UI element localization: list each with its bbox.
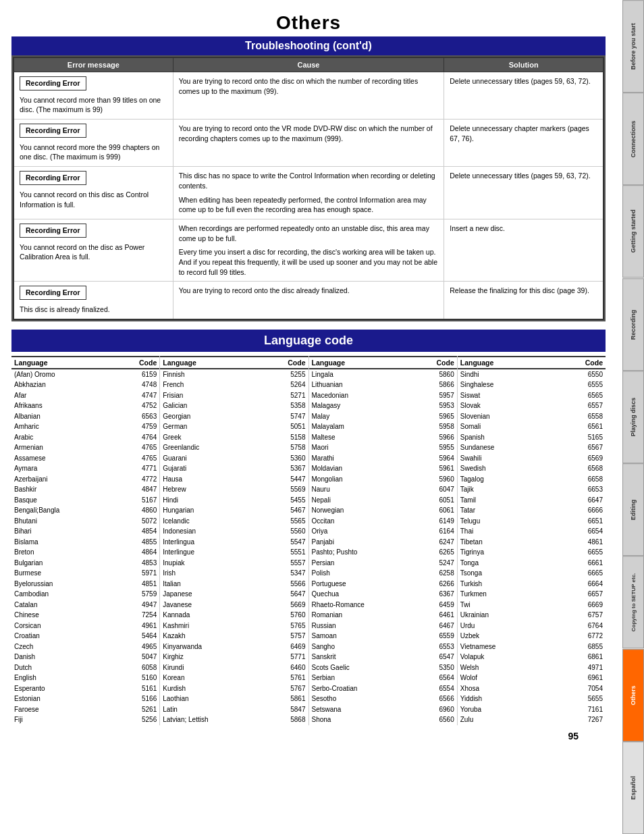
language-code: 5765 <box>262 621 308 631</box>
language-name: Turkish <box>458 579 552 590</box>
list-item: Marathi5964 <box>309 453 457 464</box>
list-item: Swedish6568 <box>458 463 606 474</box>
lang-table: LanguageCodeSindhi6550Singhalese6555Sisw… <box>458 356 606 725</box>
language-name: Fiji <box>11 714 113 725</box>
language-code: 5261 <box>113 704 160 715</box>
language-code: 6658 <box>552 474 606 485</box>
language-name: Malay <box>309 411 415 422</box>
tab-playing-discs[interactable]: Playing discs <box>622 371 644 463</box>
language-name: Turkmen <box>458 589 552 600</box>
language-code: 6266 <box>414 579 456 590</box>
language-name: Italian <box>160 579 262 590</box>
list-item: Croatian5464 <box>11 631 159 642</box>
language-code-header: Language code <box>11 330 606 352</box>
language-name: Welsh <box>458 662 552 673</box>
list-item: Moldavian5961 <box>309 463 457 474</box>
list-item: Breton4864 <box>11 547 159 558</box>
language-name: Danish <box>11 652 113 662</box>
list-item: Swahili6569 <box>458 453 606 464</box>
cause-cell: This disc has no space to write the Cont… <box>173 167 444 219</box>
language-name: Sangho <box>309 642 415 652</box>
col-header-solution: Solution <box>444 57 603 72</box>
language-code: 6567 <box>552 442 606 453</box>
list-item: Greenlandic5758 <box>160 442 308 453</box>
language-code: 5455 <box>262 495 308 506</box>
language-code: 5464 <box>113 631 160 642</box>
list-item: Corsican4961 <box>11 621 159 631</box>
tab-others[interactable]: Others <box>622 649 644 741</box>
solution-cell: Insert a new disc. <box>444 219 603 281</box>
language-name: Burmese <box>11 568 113 579</box>
language-code: 4759 <box>113 421 160 432</box>
language-name: Scots Gaelic <box>309 662 415 673</box>
language-code: 5971 <box>113 568 160 579</box>
tab-espanol[interactable]: Español <box>622 741 644 834</box>
tab-editing[interactable]: Editing <box>622 463 644 556</box>
table-row: Recording ErrorYou cannot record on this… <box>14 167 603 219</box>
language-name: Swedish <box>458 463 552 474</box>
list-item: Zulu7267 <box>458 714 606 725</box>
cause-cell: You are trying to record onto the disc o… <box>173 72 444 120</box>
table-row: Recording ErrorYou cannot record more th… <box>14 120 603 167</box>
language-code: 5447 <box>262 474 308 485</box>
list-item: Cambodian5759 <box>11 589 159 600</box>
language-code: 6159 <box>113 369 160 380</box>
list-item: Russian6467 <box>309 621 457 631</box>
language-name: Kirundi <box>160 662 262 673</box>
language-code: 5669 <box>262 600 308 610</box>
list-item: Catalan4947 <box>11 600 159 610</box>
col-header-cause: Cause <box>173 57 444 72</box>
language-name: Persian <box>309 558 415 569</box>
language-name: Bengali;Bangla <box>11 505 113 516</box>
language-name: Tigrinya <box>458 547 552 558</box>
code-col-header: Code <box>552 357 606 369</box>
language-name: Corsican <box>11 621 113 631</box>
tab-copying[interactable]: Copying to SETUP etc. <box>622 556 644 648</box>
language-code: 6247 <box>414 537 456 548</box>
language-code: 4861 <box>552 537 606 548</box>
language-name: Norwegian <box>309 505 415 516</box>
tab-recording[interactable]: Recording <box>622 278 644 371</box>
language-name: Bulgarian <box>11 558 113 569</box>
language-name: Tsonga <box>458 568 552 579</box>
list-item: Maori5955 <box>309 442 457 453</box>
code-col-header: Code <box>414 357 456 369</box>
language-code: 6861 <box>552 652 606 662</box>
language-name: Moldavian <box>309 463 415 474</box>
language-code: 5655 <box>552 694 606 704</box>
list-item: Malay5965 <box>309 411 457 422</box>
language-name: Macedonian <box>309 390 415 401</box>
language-name: Tagalog <box>458 474 552 485</box>
language-name: Urdu <box>458 621 552 631</box>
language-name: Kazakh <box>160 631 262 642</box>
language-name: Bihari <box>11 526 113 537</box>
list-item: Xhosa7054 <box>458 683 606 694</box>
language-code: 5161 <box>113 683 160 694</box>
list-item: Bihari4854 <box>11 526 159 537</box>
language-name: Kannada <box>160 610 262 621</box>
tab-before-you-start[interactable]: Before you start <box>622 0 644 93</box>
list-item: Chinese7254 <box>11 610 159 621</box>
col-header-error: Error message <box>14 57 173 72</box>
language-code: 5072 <box>113 516 160 527</box>
language-code: 5167 <box>113 495 160 506</box>
list-item: Assamese4765 <box>11 453 159 464</box>
tab-getting-started[interactable]: Getting started <box>622 185 644 278</box>
list-item: Yoruba7161 <box>458 704 606 715</box>
language-name: Breton <box>11 547 113 558</box>
list-item: Spanish5165 <box>458 432 606 443</box>
language-code: 5955 <box>414 442 456 453</box>
language-name: Sesotho <box>309 694 415 704</box>
tab-connections[interactable]: Connections <box>622 93 644 185</box>
language-name: Kinyarwanda <box>160 642 262 652</box>
language-code: 6560 <box>414 714 456 725</box>
cause-cell: When recordings are performed repeatedly… <box>173 219 444 281</box>
language-name: Byelorussian <box>11 579 113 590</box>
language-code: 7254 <box>113 610 160 621</box>
error-desc: You cannot record more the 999 chapters … <box>20 142 167 162</box>
language-name: French <box>160 380 262 390</box>
list-item: Interlingua5547 <box>160 537 308 548</box>
lang-col-header: Language <box>309 357 415 369</box>
list-item: Armenian4765 <box>11 442 159 453</box>
language-name: Irish <box>160 568 262 579</box>
